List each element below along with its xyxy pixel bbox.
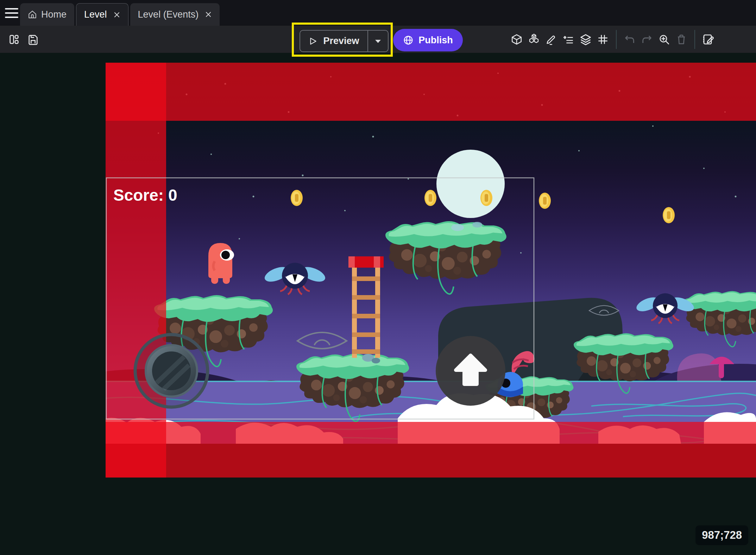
- toolbar-divider: [694, 30, 695, 49]
- toolbar-right-group: [510, 26, 715, 53]
- notes-edit-icon[interactable]: [701, 32, 715, 46]
- layers-icon[interactable]: [579, 32, 593, 46]
- tab-strip: Home Level Level (Events): [20, 3, 220, 26]
- level-scene[interactable]: Score: 0: [106, 63, 756, 478]
- toolbar-divider: [616, 30, 617, 49]
- tab-label: Level: [84, 9, 107, 20]
- chevron-down-icon: [374, 39, 382, 44]
- hamburger-menu-icon[interactable]: [5, 8, 18, 18]
- grid-icon[interactable]: [596, 32, 610, 46]
- out-of-bounds-top: [106, 63, 756, 121]
- objects-group-icon[interactable]: [527, 32, 541, 46]
- close-icon[interactable]: [113, 11, 120, 18]
- preview-button-main[interactable]: Preview: [300, 36, 367, 46]
- tab-home[interactable]: Home: [20, 3, 74, 26]
- globe-icon: [403, 35, 414, 45]
- tutorial-highlight-box: Preview: [292, 23, 393, 57]
- instances-list-icon[interactable]: [561, 32, 575, 46]
- preview-dropdown-button[interactable]: [367, 31, 388, 51]
- tab-bar: Home Level Level (Events): [0, 0, 756, 26]
- home-icon: [28, 10, 37, 19]
- preview-button-label: Preview: [323, 36, 359, 46]
- tab-level-events[interactable]: Level (Events): [130, 3, 220, 26]
- preview-button[interactable]: Preview: [300, 30, 389, 52]
- jump-button[interactable]: [436, 336, 505, 406]
- toolbar-left-group: [7, 26, 40, 53]
- coin[interactable]: [291, 190, 303, 206]
- play-icon: [308, 37, 317, 46]
- cursor-coordinates-badge: 987;728: [695, 525, 748, 545]
- player-character[interactable]: [208, 243, 234, 284]
- scene-editor-canvas[interactable]: Score: 0 987;728: [0, 53, 756, 555]
- coin[interactable]: [480, 190, 492, 206]
- redo-icon[interactable]: [640, 32, 654, 46]
- zoom-in-icon[interactable]: [657, 32, 671, 46]
- publish-button-label: Publish: [418, 35, 453, 46]
- panel-layout-icon[interactable]: [7, 32, 21, 46]
- save-icon[interactable]: [26, 32, 40, 46]
- publish-button[interactable]: Publish: [393, 29, 463, 51]
- close-icon[interactable]: [205, 11, 212, 18]
- cube-icon[interactable]: [510, 32, 524, 46]
- score-text[interactable]: Score: 0: [113, 186, 177, 204]
- coin[interactable]: [663, 207, 675, 223]
- pencil-icon[interactable]: [544, 32, 558, 46]
- out-of-bounds-left: [106, 63, 166, 478]
- tab-level[interactable]: Level: [76, 3, 128, 26]
- joystick-control[interactable]: [135, 335, 208, 407]
- tab-label: Level (Events): [138, 9, 199, 20]
- coin[interactable]: [424, 190, 436, 206]
- moon[interactable]: [436, 150, 505, 218]
- coin[interactable]: [539, 193, 551, 209]
- trash-icon[interactable]: [674, 32, 688, 46]
- tab-label: Home: [41, 9, 67, 20]
- undo-icon[interactable]: [623, 32, 637, 46]
- out-of-bounds-bottom: [106, 422, 756, 478]
